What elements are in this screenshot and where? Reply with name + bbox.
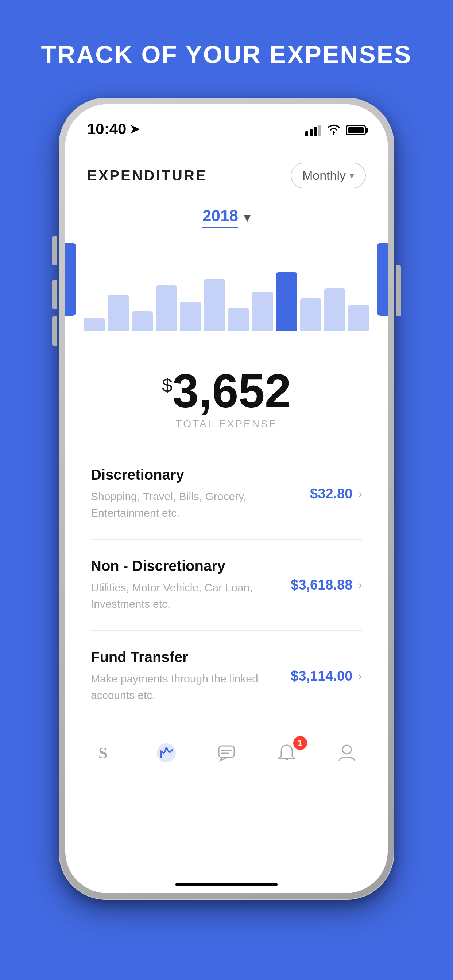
svg-point-2 bbox=[157, 743, 176, 762]
expense-name: Discretionary bbox=[91, 467, 310, 483]
chart-bar bbox=[228, 308, 249, 331]
chart-bar bbox=[180, 302, 201, 331]
expense-chevron-icon: › bbox=[358, 578, 362, 592]
wifi-icon bbox=[327, 123, 341, 138]
total-label: TOTAL EXPENSE bbox=[91, 418, 362, 430]
expense-name: Non - Discretionary bbox=[91, 558, 291, 574]
total-amount-value: 3,652 bbox=[172, 367, 291, 415]
chart-bar bbox=[83, 318, 105, 331]
chart-bar-group bbox=[108, 295, 129, 331]
expense-info: Discretionary Shopping, Travel, Bills, G… bbox=[91, 467, 310, 521]
period-selector[interactable]: Monthly ▾ bbox=[291, 162, 366, 188]
svg-point-7 bbox=[343, 745, 351, 754]
chart-area bbox=[65, 243, 388, 345]
home-indicator bbox=[175, 883, 278, 886]
signal-icon bbox=[305, 124, 321, 136]
chart-bar bbox=[348, 305, 370, 331]
expense-right: $3,114.00 › bbox=[291, 668, 362, 684]
chart-bar bbox=[300, 298, 321, 331]
bottom-nav: S bbox=[65, 722, 388, 794]
status-icons bbox=[305, 123, 366, 138]
chart-bar bbox=[324, 288, 345, 331]
chart-bar bbox=[252, 292, 273, 331]
expense-info: Fund Transfer Make payments through the … bbox=[91, 649, 291, 703]
expense-right: $32.80 › bbox=[310, 486, 362, 502]
chart-bar bbox=[276, 272, 297, 331]
expense-info: Non - Discretionary Utilities, Motor Veh… bbox=[91, 558, 291, 612]
status-time: 10:40 ➤ bbox=[87, 120, 140, 138]
expense-item[interactable]: Fund Transfer Make payments through the … bbox=[91, 631, 362, 722]
svg-text:S: S bbox=[99, 744, 107, 762]
expense-chevron-icon: › bbox=[358, 487, 362, 501]
nav-item-home[interactable]: S bbox=[83, 733, 129, 773]
chart-bar-group bbox=[204, 279, 225, 331]
chart-bar bbox=[156, 285, 177, 331]
nav-item-chart[interactable] bbox=[143, 733, 190, 773]
expense-description: Shopping, Travel, Bills, Grocery, Entert… bbox=[91, 488, 310, 521]
total-expense-card: $ 3,652 TOTAL EXPENSE bbox=[65, 345, 388, 449]
chart-bar-group bbox=[300, 298, 321, 331]
battery-icon bbox=[346, 125, 366, 135]
currency-symbol: $ bbox=[162, 374, 172, 396]
svg-point-0 bbox=[333, 131, 335, 134]
expense-description: Make payments through the linked account… bbox=[91, 670, 291, 703]
expense-amount: $3,114.00 bbox=[291, 668, 353, 684]
header-title: EXPENDITURE bbox=[87, 167, 207, 184]
expense-name: Fund Transfer bbox=[91, 649, 291, 665]
total-amount-display: $ 3,652 bbox=[91, 367, 362, 415]
app-header: EXPENDITURE Monthly ▾ bbox=[65, 145, 388, 199]
expense-list: Discretionary Shopping, Travel, Bills, G… bbox=[65, 449, 388, 722]
home-icon: S bbox=[94, 740, 118, 765]
svg-point-3 bbox=[165, 748, 168, 750]
chart-bar-group bbox=[180, 302, 201, 331]
location-icon: ➤ bbox=[130, 122, 140, 136]
notification-badge: 1 bbox=[293, 736, 307, 750]
expense-right: $3,618.88 › bbox=[291, 577, 362, 593]
chart-bar-group bbox=[252, 292, 273, 331]
chart-bar-group bbox=[83, 318, 105, 331]
nav-item-profile[interactable] bbox=[324, 733, 370, 773]
chart-bar bbox=[108, 295, 129, 331]
page-title: TRACK OF YOUR EXPENSES bbox=[41, 40, 412, 68]
phone-screen: 10:40 ➤ bbox=[65, 104, 388, 893]
profile-icon bbox=[335, 740, 359, 765]
chart-icon bbox=[154, 740, 179, 765]
nav-item-notifications[interactable]: 1 bbox=[263, 733, 310, 773]
bar-chart bbox=[73, 258, 380, 331]
period-label: Monthly bbox=[302, 169, 346, 183]
expense-amount: $32.80 bbox=[310, 486, 353, 502]
year-value: 2018 bbox=[203, 207, 238, 228]
expense-item[interactable]: Non - Discretionary Utilities, Motor Veh… bbox=[91, 539, 362, 631]
expense-amount: $3,618.88 bbox=[291, 577, 353, 593]
svg-rect-4 bbox=[219, 746, 234, 757]
year-selector[interactable]: 2018 ▾ bbox=[65, 199, 388, 243]
phone-shell: 10:40 ➤ bbox=[59, 98, 394, 900]
chart-bar-group bbox=[228, 308, 249, 331]
expense-description: Utilities, Motor Vehicle, Car Loan, Inve… bbox=[91, 579, 291, 612]
chart-bar bbox=[132, 311, 153, 331]
chart-bar-group bbox=[324, 288, 345, 331]
chart-bar-group bbox=[156, 285, 177, 331]
chart-bar bbox=[204, 279, 225, 331]
period-chevron-icon: ▾ bbox=[349, 170, 354, 181]
chart-bar-group bbox=[348, 305, 370, 331]
chart-bar-group bbox=[276, 272, 297, 331]
message-icon bbox=[214, 740, 239, 765]
expense-chevron-icon: › bbox=[358, 670, 362, 683]
year-chevron-icon: ▾ bbox=[244, 210, 250, 225]
nav-item-messages[interactable] bbox=[203, 733, 250, 773]
status-bar: 10:40 ➤ bbox=[65, 104, 388, 145]
chart-bar-group bbox=[132, 311, 153, 331]
expense-item[interactable]: Discretionary Shopping, Travel, Bills, G… bbox=[91, 449, 362, 539]
